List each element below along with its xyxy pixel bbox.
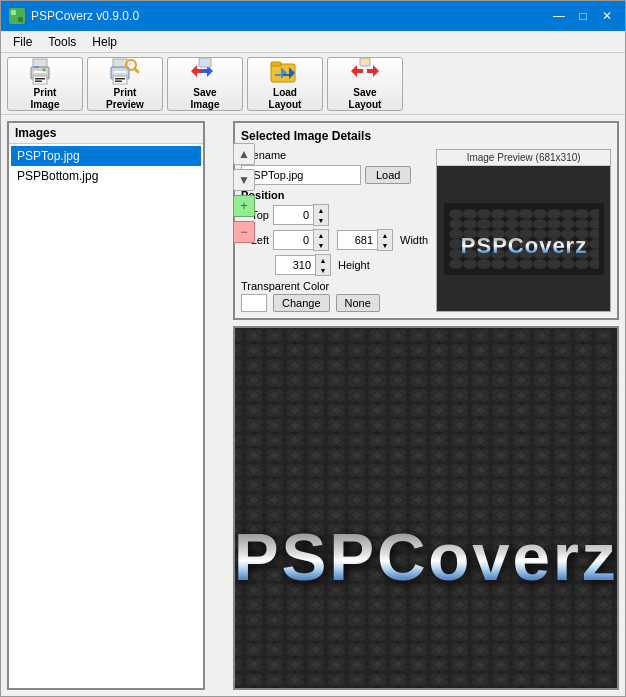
load-layout-button[interactable]: LoadLayout [247,57,323,111]
svg-rect-14 [114,71,126,73]
filename-input[interactable] [241,165,361,185]
print-preview-button[interactable]: PrintPreview [87,57,163,111]
left-spinner: ▲ ▼ [273,229,329,251]
move-down-button[interactable]: ▼ [233,169,255,191]
menu-tools[interactable]: Tools [40,33,84,51]
filename-input-row: Load [241,165,428,185]
save-layout-label: SaveLayout [349,87,382,111]
title-bar-controls: — □ ✕ [549,6,617,26]
width-label: Width [400,234,428,246]
svg-rect-1 [18,10,23,15]
selected-details-panel: Selected Image Details Filename Load [233,121,619,320]
width-spinner: ▲ ▼ [337,229,393,251]
list-item[interactable]: PSPTop.jpg [11,146,201,166]
svg-rect-16 [115,78,125,80]
height-row: ▲ ▼ Height [241,254,428,276]
svg-rect-15 [113,76,127,84]
color-swatch[interactable] [241,294,267,312]
canvas-svg: PSPCoverz [235,328,617,688]
images-list: PSPTop.jpg PSPBottom.jpg [9,144,203,688]
move-up-button[interactable]: ▲ [233,143,255,165]
transparent-label: Transparent Color [241,280,329,292]
load-layout-icon [269,57,301,85]
left-down-button[interactable]: ▼ [314,240,328,250]
details-left: Filename Load Position To [241,149,428,312]
save-layout-button[interactable]: SaveLayout [327,57,403,111]
height-up-button[interactable]: ▲ [316,255,330,265]
width-down-button[interactable]: ▼ [378,240,392,250]
main-window: PSPCoverz v0.9.0.0 — □ ✕ File Tools Help [0,0,626,697]
title-bar: PSPCoverz v0.9.0.0 — □ ✕ [1,1,625,31]
height-down-button[interactable]: ▼ [316,265,330,275]
menu-help[interactable]: Help [84,33,125,51]
details-content: Filename Load Position To [241,149,611,312]
preview-label: Image Preview (681x310) [437,150,610,166]
svg-rect-2 [11,17,16,22]
print-image-button[interactable]: PrintImage [7,57,83,111]
position-label: Position [241,189,428,201]
save-layout-icon [349,57,381,85]
top-up-button[interactable]: ▲ [314,205,328,215]
remove-image-button[interactable]: − [233,221,255,243]
menu-file[interactable]: File [5,33,40,51]
height-input[interactable] [275,255,315,275]
position-grid: Top ▲ ▼ [241,204,428,276]
none-button[interactable]: None [336,294,380,312]
svg-rect-17 [115,80,122,82]
title-bar-left: PSPCoverz v0.9.0.0 [9,8,139,24]
left-up-button[interactable]: ▲ [314,230,328,240]
add-image-button[interactable]: + [233,195,255,217]
app-icon [9,8,25,24]
save-image-button[interactable]: SaveImage [167,57,243,111]
svg-marker-29 [351,65,363,77]
svg-rect-8 [33,76,47,84]
left-input[interactable] [273,230,313,250]
svg-marker-30 [367,65,379,77]
top-spinner-buttons: ▲ ▼ [313,204,329,226]
svg-rect-7 [34,66,39,68]
top-input[interactable] [273,205,313,225]
selected-details-header: Selected Image Details [241,129,611,143]
height-spinner-buttons: ▲ ▼ [315,254,331,276]
images-panel: Images PSPTop.jpg PSPBottom.jpg [7,121,205,690]
toolbar: PrintImage PrintPrev [1,53,625,115]
main-area: Images PSPTop.jpg PSPBottom.jpg ▲ ▼ + − … [1,115,625,696]
save-image-icon [189,57,221,85]
change-button[interactable]: Change [273,294,330,312]
svg-rect-10 [35,80,42,82]
print-preview-icon [109,57,141,85]
svg-rect-24 [200,59,210,65]
right-panel: Selected Image Details Filename Load [233,121,619,690]
side-buttons: ▲ ▼ + − [233,143,255,243]
close-button[interactable]: ✕ [597,6,617,26]
svg-line-19 [135,68,139,72]
maximize-button[interactable]: □ [573,6,593,26]
top-down-button[interactable]: ▼ [314,215,328,225]
canvas-area: PSPCoverz [233,326,619,690]
print-image-label: PrintImage [31,87,60,111]
images-panel-header: Images [9,123,203,144]
svg-rect-0 [11,10,16,15]
svg-rect-3 [18,17,23,22]
left-width-row: Left ▲ ▼ [241,229,428,251]
svg-text:PSPCoverz: PSPCoverz [235,519,617,594]
svg-rect-26 [271,62,281,66]
transparent-controls: Change None [241,294,428,312]
save-image-label: SaveImage [191,87,220,111]
svg-rect-32 [361,59,369,64]
width-input[interactable] [337,230,377,250]
app-title: PSPCoverz v0.9.0.0 [31,9,139,23]
minimize-button[interactable]: — [549,6,569,26]
width-spinner-buttons: ▲ ▼ [377,229,393,251]
menu-bar: File Tools Help [1,31,625,53]
print-image-icon [29,57,61,85]
filename-row: Filename [241,149,428,161]
print-preview-label: PrintPreview [106,87,144,111]
svg-text:PSPCoverz: PSPCoverz [460,233,586,258]
load-button[interactable]: Load [365,166,411,184]
width-up-button[interactable]: ▲ [378,230,392,240]
list-item[interactable]: PSPBottom.jpg [11,166,201,186]
height-spinner: ▲ ▼ [275,254,331,276]
mini-preview-box: PSPCoverz [444,203,604,275]
top-row: Top ▲ ▼ [241,204,428,226]
